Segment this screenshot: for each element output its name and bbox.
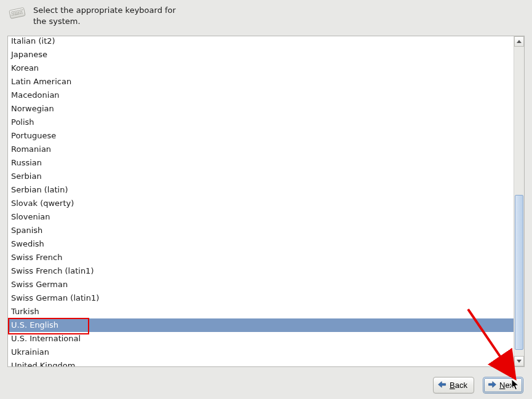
list-item[interactable]: Swiss German	[8, 278, 514, 291]
svg-rect-2	[12, 11, 14, 12]
svg-rect-11	[15, 12, 16, 14]
list-item[interactable]: Slovak (qwerty)	[8, 197, 514, 210]
keyboard-icon	[7, 5, 27, 22]
svg-rect-1	[10, 11, 12, 12]
svg-rect-9	[11, 13, 12, 14]
svg-rect-14	[19, 11, 20, 12]
arrow-left-icon	[437, 381, 447, 389]
list-item[interactable]: U.S. English	[8, 318, 514, 332]
svg-rect-6	[18, 10, 20, 11]
list-item[interactable]: Korean	[8, 61, 514, 75]
list-item[interactable]: United Kingdom	[8, 359, 514, 366]
scroll-up-button[interactable]	[514, 36, 524, 47]
list-item[interactable]: U.S. International	[8, 332, 514, 346]
list-item[interactable]: Spanish	[8, 224, 514, 237]
list-item[interactable]: Serbian (latin)	[8, 183, 514, 197]
list-item[interactable]: Swiss French	[8, 251, 514, 264]
list-item[interactable]: Swedish	[8, 237, 514, 251]
scroll-thumb[interactable]	[515, 195, 523, 350]
next-button-label: Next	[499, 381, 516, 390]
svg-rect-4	[15, 10, 17, 12]
back-button-label: Back	[450, 381, 467, 390]
list-item[interactable]: Swiss German (latin1)	[8, 291, 514, 305]
svg-rect-7	[20, 9, 22, 10]
list-item[interactable]: Norwegian	[8, 102, 514, 116]
header-prompt: Select the appropriate keyboard for the …	[33, 4, 187, 26]
list-item[interactable]: Japanese	[8, 48, 514, 61]
svg-rect-19	[20, 13, 21, 14]
arrow-right-icon	[487, 381, 497, 389]
scrollbar[interactable]	[514, 36, 524, 366]
svg-rect-5	[17, 10, 18, 11]
list-item[interactable]: Romanian	[8, 143, 514, 156]
svg-rect-16	[11, 15, 12, 16]
list-item[interactable]: Russian	[8, 156, 514, 170]
svg-rect-15	[21, 11, 22, 12]
list-item[interactable]: Turkish	[8, 305, 514, 318]
list-item[interactable]: Portuguese	[8, 129, 514, 143]
footer-button-bar: Back Next	[0, 371, 532, 399]
list-item[interactable]: Serbian	[8, 170, 514, 183]
list-item[interactable]: Ukrainian	[8, 346, 514, 359]
list-item[interactable]: Polish	[8, 116, 514, 129]
scroll-down-button[interactable]	[514, 356, 524, 366]
keyboard-list[interactable]: ItalianItalian (IBM)Italian (it2)Japanes…	[7, 36, 525, 367]
svg-rect-8	[22, 9, 23, 10]
keyboard-list-viewport[interactable]: ItalianItalian (IBM)Italian (it2)Japanes…	[8, 36, 514, 366]
list-item[interactable]: Macedonian	[8, 89, 514, 102]
list-item[interactable]: Latin American	[8, 75, 514, 89]
svg-rect-12	[16, 12, 17, 13]
list-item[interactable]: Swiss French (latin1)	[8, 264, 514, 278]
svg-rect-3	[14, 10, 15, 12]
svg-rect-10	[13, 12, 14, 14]
svg-rect-17	[13, 14, 14, 15]
list-item[interactable]: Slovenian	[8, 210, 514, 224]
svg-rect-13	[18, 12, 19, 13]
list-item[interactable]: Italian (it2)	[8, 36, 514, 48]
svg-rect-20	[22, 12, 23, 14]
back-button[interactable]: Back	[433, 377, 474, 393]
header-bar: Select the appropriate keyboard for the …	[0, 0, 532, 29]
scroll-track[interactable]	[514, 47, 524, 356]
next-button[interactable]: Next	[483, 377, 523, 393]
